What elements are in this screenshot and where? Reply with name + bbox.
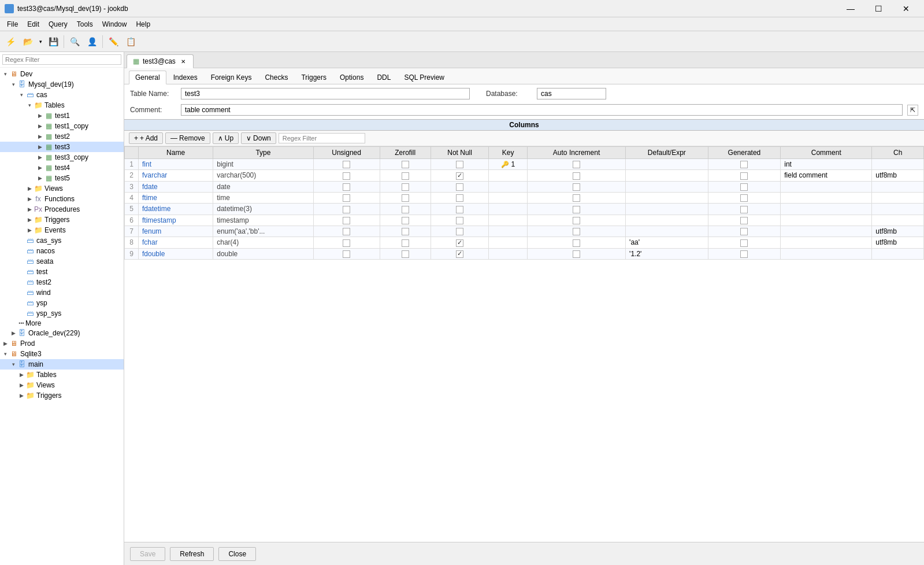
subtab-sql-preview[interactable]: SQL Preview: [398, 71, 451, 84]
checkbox[interactable]: [740, 206, 748, 213]
report-btn[interactable]: 📋: [123, 34, 139, 50]
checkbox[interactable]: [343, 161, 350, 168]
checkbox[interactable]: [740, 239, 748, 247]
subtab-indexes[interactable]: Indexes: [167, 71, 204, 84]
comment-expand-btn[interactable]: ⇱: [907, 105, 918, 116]
checkbox[interactable]: [343, 172, 350, 180]
tree-item-test3[interactable]: ▶ ▦ test3: [0, 142, 124, 152]
tree-item-more[interactable]: ••• More: [0, 319, 124, 328]
minimize-button[interactable]: —: [837, 0, 864, 17]
tree-item-procedures[interactable]: ▶ Px Procedures: [0, 204, 124, 215]
tree-item-test-db[interactable]: 🗃 test: [0, 267, 124, 277]
col-name[interactable]: fchar: [142, 238, 158, 246]
checkbox[interactable]: [402, 183, 409, 191]
checkbox[interactable]: [402, 194, 409, 202]
checkbox[interactable]: [740, 172, 748, 180]
tree-item-sqlite3[interactable]: ▾ 🖥 Sqlite3: [0, 349, 124, 359]
checkbox[interactable]: [573, 217, 580, 224]
remove-column-btn[interactable]: — Remove: [165, 132, 210, 144]
col-name[interactable]: fvarchar: [142, 171, 167, 179]
checkbox[interactable]: [343, 217, 350, 224]
close-window-button[interactable]: ✕: [893, 0, 919, 17]
subtab-general[interactable]: General: [129, 71, 166, 84]
menu-help[interactable]: Help: [131, 19, 155, 29]
checkbox[interactable]: [740, 183, 748, 191]
open-dropdown-btn[interactable]: ▾: [37, 34, 44, 50]
checkbox[interactable]: [573, 183, 580, 191]
tree-item-triggers[interactable]: ▶ 📁 Triggers: [0, 215, 124, 225]
tree-item-test3-copy[interactable]: ▶ ▦ test3_copy: [0, 152, 124, 163]
comment-input[interactable]: [181, 104, 903, 116]
subtab-triggers[interactable]: Triggers: [295, 71, 333, 84]
tree-item-test1[interactable]: ▶ ▦ test1: [0, 110, 124, 121]
refresh-button[interactable]: Refresh: [170, 547, 214, 561]
tree-item-main-triggers[interactable]: ▶ 📁 Triggers: [0, 390, 124, 401]
col-name[interactable]: fdatetime: [142, 205, 170, 213]
tree-item-views[interactable]: ▶ 📁 Views: [0, 183, 124, 194]
menu-file[interactable]: File: [2, 19, 23, 29]
checkbox[interactable]: [456, 206, 463, 213]
add-column-btn[interactable]: + + Add: [129, 132, 163, 144]
table-name-input[interactable]: [181, 88, 470, 99]
tree-item-dev[interactable]: ▾ 🖥 Dev: [0, 69, 124, 79]
checkbox[interactable]: [343, 206, 350, 213]
tree-item-test2[interactable]: ▶ ▦ test2: [0, 131, 124, 142]
open-file-btn[interactable]: 📂: [20, 34, 36, 50]
tree-item-ysp[interactable]: 🗃 ysp: [0, 298, 124, 308]
database-input[interactable]: [537, 88, 606, 99]
table-row[interactable]: 3fdatedate: [125, 181, 924, 192]
tree-item-wind[interactable]: 🗃 wind: [0, 287, 124, 298]
checkbox[interactable]: [456, 172, 463, 180]
tab-test3[interactable]: ▦ test3@cas ✕: [127, 54, 194, 68]
checkbox[interactable]: [343, 250, 350, 258]
maximize-button[interactable]: ☐: [865, 0, 892, 17]
tree-item-mysql-dev[interactable]: ▾ 🗄 Mysql_dev(19): [0, 79, 124, 90]
checkbox[interactable]: [740, 194, 748, 202]
tree-item-test1-copy[interactable]: ▶ ▦ test1_copy: [0, 121, 124, 131]
checkbox[interactable]: [740, 217, 748, 224]
table-row[interactable]: 2fvarcharvarchar(500)field commentutf8mb: [125, 170, 924, 181]
checkbox[interactable]: [456, 183, 463, 191]
tree-item-oracle-dev[interactable]: ▶ 🗄 Oracle_dev(229): [0, 328, 124, 338]
checkbox[interactable]: [343, 183, 350, 191]
checkbox[interactable]: [402, 172, 409, 180]
tree-item-prod[interactable]: ▶ 🖥 Prod: [0, 338, 124, 349]
move-down-btn[interactable]: ∨ Down: [241, 132, 276, 144]
checkbox[interactable]: [573, 161, 580, 168]
tree-item-seata[interactable]: 🗃 seata: [0, 256, 124, 267]
save-btn[interactable]: 💾: [45, 34, 61, 50]
new-connection-btn[interactable]: ⚡: [2, 34, 18, 50]
col-name[interactable]: fdate: [142, 183, 158, 191]
search-btn[interactable]: 🔍: [66, 34, 83, 50]
table-row[interactable]: 6ftimestamptimestamp: [125, 215, 924, 226]
table-row[interactable]: 9fdoubledouble'1.2': [125, 248, 924, 259]
checkbox[interactable]: [402, 206, 409, 213]
checkbox[interactable]: [402, 161, 409, 168]
tab-close-btn[interactable]: ✕: [179, 57, 187, 65]
user-btn[interactable]: 👤: [84, 34, 100, 50]
col-name[interactable]: fenum: [142, 227, 161, 235]
columns-filter-input[interactable]: [279, 133, 365, 143]
menu-query[interactable]: Query: [44, 19, 72, 29]
checkbox[interactable]: [343, 239, 350, 247]
checkbox[interactable]: [573, 228, 580, 235]
tree-item-tables[interactable]: ▾ 📁 Tables: [0, 100, 124, 110]
tree-item-cas[interactable]: ▾ 🗃 cas: [0, 90, 124, 100]
save-button[interactable]: Save: [130, 547, 165, 561]
col-name[interactable]: ftimestamp: [142, 216, 176, 224]
tree-item-functions[interactable]: ▶ fx Functions: [0, 194, 124, 204]
checkbox[interactable]: [456, 217, 463, 224]
subtab-options[interactable]: Options: [333, 71, 370, 84]
subtab-ddl[interactable]: DDL: [370, 71, 397, 84]
edit-btn[interactable]: ✏️: [105, 34, 121, 50]
checkbox[interactable]: [573, 250, 580, 258]
checkbox[interactable]: [456, 228, 463, 235]
checkbox[interactable]: [573, 239, 580, 247]
table-row[interactable]: 5fdatetimedatetime(3): [125, 204, 924, 215]
table-row[interactable]: 8fcharchar(4)'aa'utf8mb: [125, 237, 924, 248]
tree-item-test2-db[interactable]: 🗃 test2: [0, 277, 124, 287]
checkbox[interactable]: [740, 228, 748, 235]
checkbox[interactable]: [456, 250, 463, 258]
checkbox[interactable]: [573, 206, 580, 213]
menu-window[interactable]: Window: [98, 19, 132, 29]
